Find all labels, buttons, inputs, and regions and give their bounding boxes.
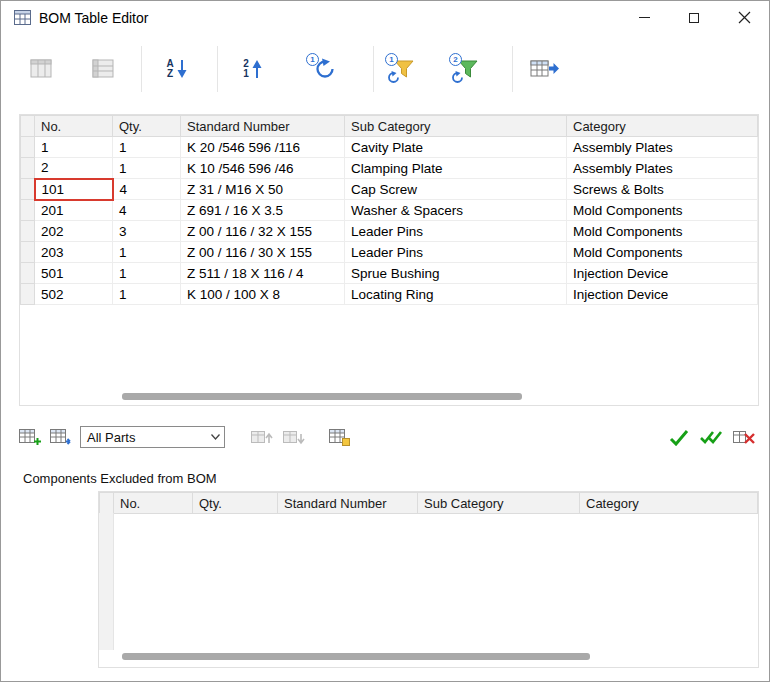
cell-category[interactable]: Assembly Plates [567,137,758,158]
cell-standard-number[interactable]: Z 511 / 18 X 116 / 4 [181,263,345,284]
cell-qty[interactable]: 1 [113,263,181,284]
cell-qty[interactable]: 1 [113,158,181,179]
cell-qty[interactable]: 3 [113,221,181,242]
bom-header-row: No. Qty. Standard Number Sub Category Ca… [21,116,758,137]
col-header-standard-number[interactable]: Standard Number [278,493,418,514]
funnel-refresh-green-icon: 2 [457,58,479,80]
minimize-button[interactable] [619,1,669,34]
badge-1: 1 [306,53,319,66]
cell-category[interactable]: Mold Components [567,200,758,221]
row-settings-button[interactable] [77,45,129,93]
cell-qty[interactable]: 1 [113,137,181,158]
renumber-button[interactable]: 2 1 [227,45,279,93]
row-selector[interactable] [21,158,35,179]
cell-category[interactable]: Injection Device [567,263,758,284]
cell-sub-category[interactable]: Cap Screw [345,179,567,200]
cancel-table-icon [732,428,755,446]
column-settings-button[interactable] [15,45,67,93]
cell-qty[interactable]: 4 [113,200,181,221]
bom-row: 101 4 Z 31 / M16 X 50 Cap Screw Screws &… [21,179,758,200]
col-header-no[interactable]: No. [114,493,193,514]
cell-no[interactable]: 502 [35,284,113,305]
cell-standard-number[interactable]: Z 691 / 16 X 3.5 [181,200,345,221]
bom-horizontal-scrollbar[interactable] [122,393,522,400]
main-toolbar: A Z 2 1 [1,34,769,104]
cell-no[interactable]: 203 [35,242,113,263]
cell-no-highlighted[interactable]: 101 [35,179,113,200]
cell-no[interactable]: 2 [35,158,113,179]
apply-button[interactable] [665,424,693,450]
col-header-no[interactable]: No. [35,116,113,137]
parts-filter-dropdown[interactable]: All Parts [80,426,225,448]
maximize-button[interactable] [669,1,719,34]
cell-qty[interactable]: 1 [113,242,181,263]
renumber-filter-yellow-button[interactable]: 1 [378,45,430,93]
col-header-standard-number[interactable]: Standard Number [181,116,345,137]
col-header-qty[interactable]: Qty. [113,116,181,137]
table-window-icon [14,10,31,25]
cell-sub-category[interactable]: Clamping Plate [345,158,567,179]
close-button[interactable] [719,1,769,34]
components-toolbar: All Parts [1,418,769,456]
cell-standard-number[interactable]: Z 00 / 116 / 30 X 155 [181,242,345,263]
cell-standard-number[interactable]: K 10 /546 596 /46 [181,158,345,179]
cell-standard-number[interactable]: Z 31 / M16 X 50 [181,179,345,200]
cell-sub-category[interactable]: Leader Pins [345,242,567,263]
cell-sub-category[interactable]: Sprue Bushing [345,263,567,284]
excluded-horizontal-scrollbar[interactable] [122,653,590,660]
cell-category[interactable]: Mold Components [567,221,758,242]
renumber-digits: 2 1 [243,59,249,79]
cell-no[interactable]: 501 [35,263,113,284]
cell-no[interactable]: 1 [35,137,113,158]
col-header-category[interactable]: Category [580,493,758,514]
window-title: BOM Table Editor [39,10,148,26]
cell-standard-number[interactable]: K 100 / 100 X 8 [181,284,345,305]
close-icon [738,11,751,24]
row-selector[interactable] [21,179,35,200]
col-header-qty[interactable]: Qty. [193,493,278,514]
cell-standard-number[interactable]: Z 00 / 116 / 32 X 155 [181,221,345,242]
refresh-numbering-button[interactable]: 1 [299,45,351,93]
badge-1: 1 [385,53,398,66]
toolbar-separator [512,46,513,92]
export-table-button[interactable] [518,45,570,93]
toolbar-separator [141,46,142,92]
col-header-category[interactable]: Category [567,116,758,137]
renumber-filter-green-button[interactable]: 2 [442,45,494,93]
move-row-up-button[interactable] [247,424,275,450]
table-add-icon [18,427,41,447]
row-selector[interactable] [21,200,35,221]
cell-category[interactable]: Mold Components [567,242,758,263]
insert-row-button[interactable] [46,424,74,450]
duplicate-row-button[interactable] [325,424,353,450]
table-duplicate-icon [328,427,351,447]
cell-sub-category[interactable]: Locating Ring [345,284,567,305]
cell-sub-category[interactable]: Leader Pins [345,221,567,242]
col-header-sub-category[interactable]: Sub Category [345,116,567,137]
toolbar-separator [373,46,374,92]
cancel-button[interactable] [729,424,757,450]
cell-category[interactable]: Assembly Plates [567,158,758,179]
row-selector[interactable] [21,242,35,263]
cell-standard-number[interactable]: K 20 /546 596 /116 [181,137,345,158]
row-selector[interactable] [21,221,35,242]
row-selector[interactable] [21,284,35,305]
cell-no[interactable]: 201 [35,200,113,221]
cell-qty[interactable]: 4 [113,179,181,200]
row-selector[interactable] [21,263,35,284]
row-selector[interactable] [21,137,35,158]
sort-az-button[interactable]: A Z [151,45,203,93]
add-row-button[interactable] [15,424,43,450]
apply-all-button[interactable] [697,424,725,450]
cell-category[interactable]: Screws & Bolts [567,179,758,200]
cell-sub-category[interactable]: Cavity Plate [345,137,567,158]
col-header-sub-category[interactable]: Sub Category [418,493,580,514]
cell-qty[interactable]: 1 [113,284,181,305]
bom-table: No. Qty. Standard Number Sub Category Ca… [20,115,758,305]
excluded-section-label: Components Excluded from BOM [23,471,769,486]
cell-no[interactable]: 202 [35,221,113,242]
cell-category[interactable]: Injection Device [567,284,758,305]
move-row-down-button[interactable] [279,424,307,450]
selector-column-header [100,493,114,514]
cell-sub-category[interactable]: Washer & Spacers [345,200,567,221]
